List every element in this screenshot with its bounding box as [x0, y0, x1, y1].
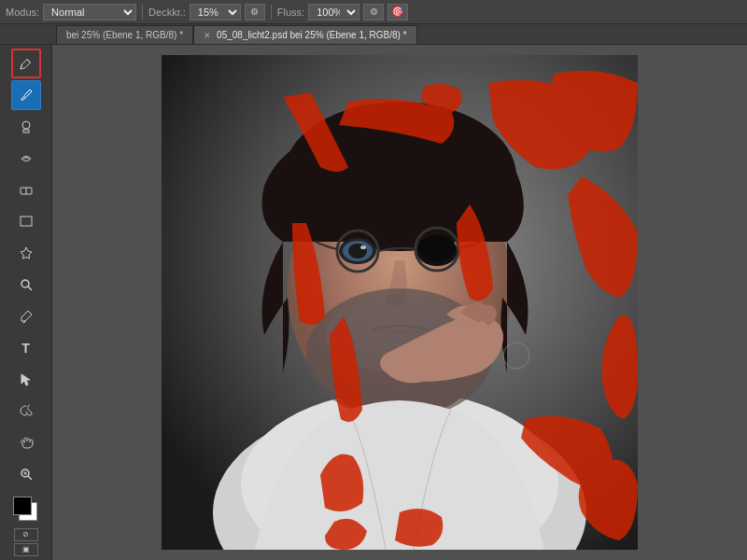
extra-icons: ⊘ ▣ [14, 528, 38, 556]
quick-mask-icon[interactable]: ⊘ [14, 528, 38, 541]
photo-canvas [162, 55, 638, 550]
canvas-area[interactable] [52, 45, 747, 560]
svg-line-9 [28, 476, 32, 480]
smudge-tool[interactable] [11, 144, 41, 174]
selection-tool[interactable] [11, 365, 41, 395]
flow-select[interactable]: 100% 75% 50% 25% [308, 4, 359, 21]
divider-1 [142, 5, 143, 20]
svg-rect-4 [21, 217, 32, 226]
flow-label: Fluss: [277, 7, 304, 18]
pencil-tool[interactable] [11, 49, 41, 78]
svg-point-0 [22, 121, 30, 129]
color-swatches[interactable] [11, 495, 41, 525]
opacity-icon-btn[interactable]: ⚙ [245, 4, 265, 21]
hand-tool[interactable] [11, 427, 41, 457]
main-area: T [0, 45, 747, 560]
eyedropper-tool[interactable] [11, 301, 41, 331]
brush-tool[interactable] [11, 80, 41, 110]
svg-rect-1 [23, 130, 29, 133]
svg-point-23 [418, 235, 456, 261]
opacity-label: Deckkr.: [148, 7, 186, 18]
tab-1-label: bei 25% (Ebene 1, RGB/8) * [66, 30, 183, 40]
text-tool-icon: T [21, 341, 30, 356]
photo-layer [162, 55, 638, 550]
mode-select[interactable]: Normal Auflösen Abdunkeln Multiplizieren [43, 4, 136, 21]
zoom-tool[interactable] [11, 459, 41, 489]
svg-point-21 [360, 245, 366, 249]
top-toolbar: Modus: Normal Auflösen Abdunkeln Multipl… [0, 0, 747, 24]
svg-point-5 [21, 280, 29, 287]
tab-1[interactable]: bei 25% (Ebene 1, RGB/8) * [56, 25, 193, 44]
screen-mode-icon[interactable]: ▣ [14, 543, 38, 556]
eraser-tool[interactable] [11, 175, 41, 204]
left-toolbar: T [0, 45, 52, 560]
flow-icon-btn[interactable]: ⚙ [363, 4, 384, 21]
stamp-tool[interactable] [11, 112, 41, 142]
tab-2[interactable]: ✕ 05_08_licht2.psd bei 25% (Ebene 1, RGB… [193, 25, 416, 44]
lasso-tool[interactable] [11, 396, 41, 426]
tab-2-label: 05_08_licht2.psd bei 25% (Ebene 1, RGB/8… [217, 30, 406, 40]
opacity-select[interactable]: 15% 25% 50% 100% [190, 4, 241, 21]
magnify-tool[interactable] [11, 270, 41, 300]
mode-label: Modus: [6, 7, 39, 18]
pen-tool[interactable] [11, 238, 41, 268]
divider-2 [271, 5, 272, 20]
rectangle-tool[interactable] [11, 206, 41, 236]
svg-line-6 [28, 287, 32, 290]
tab-close-icon[interactable]: ✕ [204, 31, 211, 40]
foreground-color-swatch[interactable] [13, 497, 32, 515]
airbrush-btn[interactable]: 🎯 [388, 4, 408, 21]
tab-bar: bei 25% (Ebene 1, RGB/8) * ✕ 05_08_licht… [0, 24, 747, 45]
text-tool[interactable]: T [11, 333, 41, 363]
